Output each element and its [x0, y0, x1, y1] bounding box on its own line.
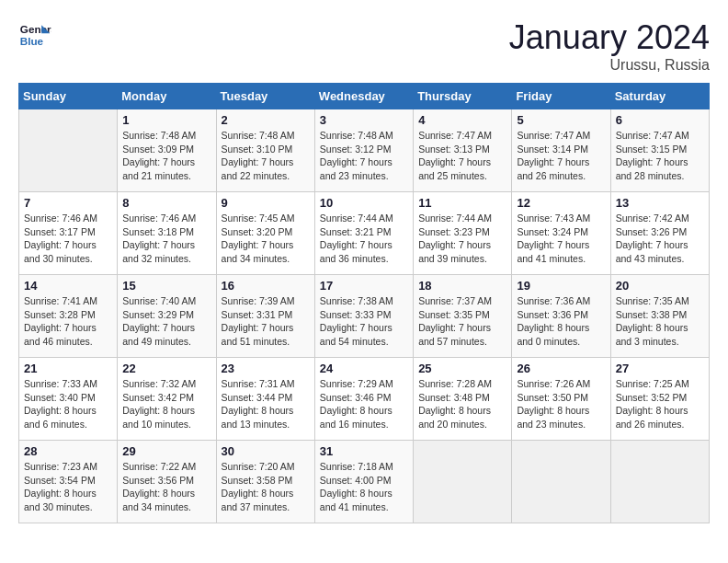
- calendar-header-row: SundayMondayTuesdayWednesdayThursdayFrid…: [19, 84, 710, 109]
- day-number: 6: [616, 113, 704, 127]
- day-number: 15: [122, 279, 210, 293]
- day-info: Sunrise: 7:22 AMSunset: 3:56 PMDaylight:…: [122, 460, 210, 514]
- calendar-cell: [414, 441, 512, 523]
- day-number: 8: [122, 196, 210, 210]
- day-info: Sunrise: 7:47 AMSunset: 3:14 PMDaylight:…: [517, 129, 605, 183]
- day-info: Sunrise: 7:41 AMSunset: 3:28 PMDaylight:…: [24, 294, 112, 349]
- day-number: 23: [222, 362, 310, 375]
- calendar-cell: 21Sunrise: 7:33 AMSunset: 3:40 PMDayligh…: [19, 358, 118, 441]
- day-number: 9: [222, 196, 310, 210]
- svg-text:General: General: [20, 23, 51, 35]
- weekday-header: Monday: [118, 84, 216, 109]
- calendar-table: SundayMondayTuesdayWednesdayThursdayFrid…: [18, 83, 710, 523]
- day-number: 31: [320, 444, 408, 458]
- calendar-cell: 14Sunrise: 7:41 AMSunset: 3:28 PMDayligh…: [19, 275, 118, 358]
- calendar-cell: 24Sunrise: 7:29 AMSunset: 3:46 PMDayligh…: [314, 358, 413, 441]
- day-info: Sunrise: 7:43 AMSunset: 3:24 PMDaylight:…: [517, 212, 605, 266]
- calendar-cell: [19, 109, 118, 192]
- day-info: Sunrise: 7:29 AMSunset: 3:46 PMDaylight:…: [320, 377, 408, 431]
- day-info: Sunrise: 7:45 AMSunset: 3:20 PMDaylight:…: [222, 212, 310, 266]
- day-info: Sunrise: 7:48 AMSunset: 3:12 PMDaylight:…: [320, 129, 408, 183]
- day-number: 18: [418, 279, 506, 293]
- day-number: 21: [24, 362, 112, 375]
- day-number: 22: [122, 362, 210, 375]
- day-info: Sunrise: 7:25 AMSunset: 3:52 PMDaylight:…: [616, 377, 704, 431]
- day-number: 24: [320, 362, 408, 375]
- page-header: General Blue January 2024 Urussu, Russia: [18, 18, 710, 74]
- day-number: 26: [517, 362, 605, 375]
- day-info: Sunrise: 7:42 AMSunset: 3:26 PMDaylight:…: [616, 212, 704, 266]
- day-number: 1: [122, 113, 210, 127]
- logo: General Blue: [18, 18, 51, 52]
- calendar-week-row: 28Sunrise: 7:23 AMSunset: 3:54 PMDayligh…: [19, 441, 710, 523]
- calendar-cell: 7Sunrise: 7:46 AMSunset: 3:17 PMDaylight…: [19, 192, 118, 275]
- calendar-week-row: 7Sunrise: 7:46 AMSunset: 3:17 PMDaylight…: [19, 192, 710, 275]
- calendar-cell: 18Sunrise: 7:37 AMSunset: 3:35 PMDayligh…: [414, 275, 512, 358]
- calendar-cell: 10Sunrise: 7:44 AMSunset: 3:21 PMDayligh…: [314, 192, 413, 275]
- calendar-cell: 1Sunrise: 7:48 AMSunset: 3:09 PMDaylight…: [118, 109, 216, 192]
- day-number: 14: [24, 279, 112, 293]
- day-info: Sunrise: 7:18 AMSunset: 4:00 PMDaylight:…: [320, 460, 408, 514]
- calendar-cell: 27Sunrise: 7:25 AMSunset: 3:52 PMDayligh…: [610, 358, 709, 441]
- day-info: Sunrise: 7:36 AMSunset: 3:36 PMDaylight:…: [517, 294, 605, 349]
- day-info: Sunrise: 7:39 AMSunset: 3:31 PMDaylight:…: [222, 294, 310, 349]
- calendar-cell: [610, 441, 709, 523]
- calendar-cell: 13Sunrise: 7:42 AMSunset: 3:26 PMDayligh…: [610, 192, 709, 275]
- calendar-cell: 19Sunrise: 7:36 AMSunset: 3:36 PMDayligh…: [512, 275, 610, 358]
- day-number: 29: [122, 444, 210, 458]
- day-number: 2: [222, 113, 310, 127]
- weekday-header: Wednesday: [314, 84, 413, 109]
- day-info: Sunrise: 7:44 AMSunset: 3:21 PMDaylight:…: [320, 212, 408, 266]
- calendar-cell: 4Sunrise: 7:47 AMSunset: 3:13 PMDaylight…: [414, 109, 512, 192]
- calendar-week-row: 14Sunrise: 7:41 AMSunset: 3:28 PMDayligh…: [19, 275, 710, 358]
- calendar-cell: 8Sunrise: 7:46 AMSunset: 3:18 PMDaylight…: [118, 192, 216, 275]
- svg-text:Blue: Blue: [20, 35, 44, 47]
- day-info: Sunrise: 7:38 AMSunset: 3:33 PMDaylight:…: [320, 294, 408, 349]
- calendar-week-row: 21Sunrise: 7:33 AMSunset: 3:40 PMDayligh…: [19, 358, 710, 441]
- day-info: Sunrise: 7:40 AMSunset: 3:29 PMDaylight:…: [122, 294, 210, 349]
- calendar-cell: [512, 441, 610, 523]
- calendar-week-row: 1Sunrise: 7:48 AMSunset: 3:09 PMDaylight…: [19, 109, 710, 192]
- calendar-cell: 3Sunrise: 7:48 AMSunset: 3:12 PMDaylight…: [314, 109, 413, 192]
- day-info: Sunrise: 7:37 AMSunset: 3:35 PMDaylight:…: [418, 294, 506, 349]
- day-info: Sunrise: 7:46 AMSunset: 3:18 PMDaylight:…: [122, 212, 210, 266]
- calendar-cell: 9Sunrise: 7:45 AMSunset: 3:20 PMDaylight…: [216, 192, 314, 275]
- day-number: 5: [517, 113, 605, 127]
- day-number: 10: [320, 196, 408, 210]
- day-number: 13: [616, 196, 704, 210]
- day-number: 12: [517, 196, 605, 210]
- calendar-cell: 28Sunrise: 7:23 AMSunset: 3:54 PMDayligh…: [19, 441, 118, 523]
- weekday-header: Saturday: [610, 84, 709, 109]
- calendar-cell: 15Sunrise: 7:40 AMSunset: 3:29 PMDayligh…: [118, 275, 216, 358]
- day-info: Sunrise: 7:48 AMSunset: 3:10 PMDaylight:…: [222, 129, 310, 183]
- calendar-cell: 23Sunrise: 7:31 AMSunset: 3:44 PMDayligh…: [216, 358, 314, 441]
- location: Urussu, Russia: [509, 57, 710, 74]
- day-info: Sunrise: 7:47 AMSunset: 3:13 PMDaylight:…: [418, 129, 506, 183]
- weekday-header: Tuesday: [216, 84, 314, 109]
- day-info: Sunrise: 7:35 AMSunset: 3:38 PMDaylight:…: [616, 294, 704, 349]
- logo-icon: General Blue: [18, 18, 51, 52]
- title-area: January 2024 Urussu, Russia: [509, 18, 710, 74]
- month-title: January 2024: [509, 18, 710, 57]
- day-info: Sunrise: 7:48 AMSunset: 3:09 PMDaylight:…: [122, 129, 210, 183]
- day-number: 30: [222, 444, 310, 458]
- day-number: 17: [320, 279, 408, 293]
- day-number: 27: [616, 362, 704, 375]
- day-info: Sunrise: 7:31 AMSunset: 3:44 PMDaylight:…: [222, 377, 310, 431]
- day-info: Sunrise: 7:47 AMSunset: 3:15 PMDaylight:…: [616, 129, 704, 183]
- calendar-cell: 17Sunrise: 7:38 AMSunset: 3:33 PMDayligh…: [314, 275, 413, 358]
- day-number: 11: [418, 196, 506, 210]
- day-info: Sunrise: 7:33 AMSunset: 3:40 PMDaylight:…: [24, 377, 112, 431]
- calendar-cell: 29Sunrise: 7:22 AMSunset: 3:56 PMDayligh…: [118, 441, 216, 523]
- calendar-cell: 2Sunrise: 7:48 AMSunset: 3:10 PMDaylight…: [216, 109, 314, 192]
- calendar-cell: 11Sunrise: 7:44 AMSunset: 3:23 PMDayligh…: [414, 192, 512, 275]
- day-info: Sunrise: 7:46 AMSunset: 3:17 PMDaylight:…: [24, 212, 112, 266]
- calendar-cell: 22Sunrise: 7:32 AMSunset: 3:42 PMDayligh…: [118, 358, 216, 441]
- day-info: Sunrise: 7:23 AMSunset: 3:54 PMDaylight:…: [24, 460, 112, 514]
- day-info: Sunrise: 7:32 AMSunset: 3:42 PMDaylight:…: [122, 377, 210, 431]
- calendar-cell: 31Sunrise: 7:18 AMSunset: 4:00 PMDayligh…: [314, 441, 413, 523]
- calendar-cell: 12Sunrise: 7:43 AMSunset: 3:24 PMDayligh…: [512, 192, 610, 275]
- calendar-cell: 30Sunrise: 7:20 AMSunset: 3:58 PMDayligh…: [216, 441, 314, 523]
- calendar-cell: 20Sunrise: 7:35 AMSunset: 3:38 PMDayligh…: [610, 275, 709, 358]
- calendar-cell: 5Sunrise: 7:47 AMSunset: 3:14 PMDaylight…: [512, 109, 610, 192]
